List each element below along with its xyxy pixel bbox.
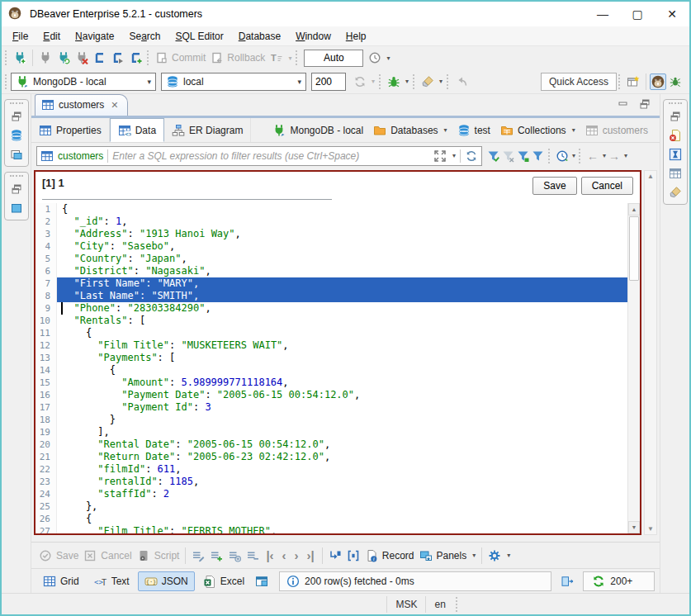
script-button[interactable]: Script bbox=[135, 547, 182, 564]
menu-help[interactable]: Help bbox=[338, 28, 374, 45]
format-button[interactable]: ▾ bbox=[419, 73, 445, 90]
scrollbar-thumb[interactable] bbox=[629, 216, 639, 281]
menu-database[interactable]: Database bbox=[231, 28, 288, 45]
code-line-17[interactable]: 17 "Payment Id": 3 bbox=[35, 401, 627, 414]
fetch-page-button[interactable] bbox=[558, 573, 576, 590]
fetch-more-button[interactable]: 200+ bbox=[583, 571, 655, 591]
close-tab-icon[interactable]: ✕ bbox=[111, 100, 118, 111]
transaction-mode-button[interactable]: T▾ bbox=[267, 50, 294, 66]
code-line-7[interactable]: 7 "First Name": "MARY", bbox=[35, 277, 627, 290]
sql-editor-button[interactable] bbox=[91, 50, 109, 66]
tab-properties[interactable]: Properties bbox=[31, 118, 110, 142]
error-log-icon[interactable] bbox=[669, 129, 682, 142]
filter-box[interactable]: customers Enter a SQL expression to filt… bbox=[36, 146, 482, 166]
debug-button[interactable]: ▾ bbox=[385, 73, 411, 90]
minimized-panel-icon[interactable] bbox=[10, 201, 23, 215]
first-row-button[interactable]: |‹ bbox=[262, 548, 277, 562]
breadcrumb-databases[interactable]: Databases▾ bbox=[370, 122, 450, 139]
view-tab-excel[interactable]: Excel bbox=[196, 571, 251, 591]
menu-sql-editor[interactable]: SQL Editor bbox=[168, 28, 230, 45]
save-filter-icon[interactable] bbox=[517, 149, 530, 163]
cancel-row-button[interactable]: Cancel bbox=[81, 547, 134, 564]
code-line-10[interactable]: 10 "Rentals": [ bbox=[35, 315, 627, 327]
code-line-6[interactable]: 6 "District": "Nagasaki", bbox=[35, 265, 627, 277]
maximize-editor-icon[interactable] bbox=[638, 97, 651, 111]
last-row-button[interactable]: ›| bbox=[303, 548, 319, 562]
code-line-23[interactable]: 23 "rentalId": 1185, bbox=[35, 476, 627, 488]
code-line-3[interactable]: 3 "Address": "1913 Hanoi Way", bbox=[35, 228, 627, 240]
next-row-button[interactable]: › bbox=[291, 548, 303, 562]
code-line-20[interactable]: 20 "Rental Date": "2005-06-15 00:54:12.0… bbox=[35, 438, 627, 451]
code-line-18[interactable]: 18 } bbox=[35, 414, 627, 426]
save-button[interactable]: Save bbox=[532, 177, 576, 195]
code-line-21[interactable]: 21 "Return Date": "2005-06-23 02:42:12.0… bbox=[35, 451, 627, 463]
code-line-15[interactable]: 15 "Amount": 5.989999771118164, bbox=[35, 377, 627, 389]
scroll-up-icon[interactable]: ▲ bbox=[647, 173, 654, 180]
restore-view-icon[interactable] bbox=[10, 110, 23, 123]
menu-window[interactable]: Window bbox=[288, 28, 338, 45]
chevron-down-icon[interactable]: ▾ bbox=[444, 126, 447, 134]
connection-selector[interactable]: MongoDB - local ▾ bbox=[11, 73, 156, 91]
tab-data[interactable]: <>Data bbox=[110, 118, 164, 142]
code-line-27[interactable]: 27 "Film Title": "FERRIS MOTHER", bbox=[35, 525, 627, 533]
new-connection-button[interactable] bbox=[11, 50, 29, 66]
query-manager-icon[interactable] bbox=[669, 148, 682, 161]
breadcrumb-connection[interactable]: MongoDB - local bbox=[269, 122, 367, 139]
editor-scrollbar[interactable]: ▲ ▼ bbox=[627, 203, 640, 533]
code-line-14[interactable]: 14 { bbox=[35, 364, 627, 377]
restore-view-icon[interactable] bbox=[10, 182, 23, 196]
code-line-8[interactable]: 8 "Last Name": "SMITH", bbox=[35, 290, 627, 302]
database-navigator-icon[interactable] bbox=[10, 129, 23, 142]
code-line-26[interactable]: 26 { bbox=[35, 513, 627, 525]
format-brush-icon[interactable] bbox=[669, 186, 682, 199]
disconnect-button[interactable] bbox=[73, 50, 91, 66]
code-line-19[interactable]: 19 ], bbox=[35, 426, 627, 438]
rollback-button[interactable]: Rollback bbox=[208, 50, 267, 66]
debug-perspective-button[interactable] bbox=[666, 73, 684, 90]
fetch-size-input[interactable] bbox=[311, 73, 346, 91]
code-line-13[interactable]: 13 "Payments": [ bbox=[35, 352, 627, 364]
projects-view-icon[interactable] bbox=[10, 148, 23, 161]
breadcrumb-database-test[interactable]: test bbox=[454, 122, 494, 139]
maximize-button[interactable]: ▢ bbox=[620, 2, 655, 26]
transaction-log-button[interactable]: ▾ bbox=[366, 50, 392, 66]
menu-file[interactable]: File bbox=[5, 28, 35, 45]
commit-button[interactable]: Commit bbox=[153, 50, 208, 66]
code-line-16[interactable]: 16 "Payment Date": "2005-06-15 00:54:12.… bbox=[35, 389, 627, 401]
code-line-4[interactable]: 4 "City": "Sasebo", bbox=[35, 240, 627, 253]
auto-commit-button[interactable]: Auto bbox=[304, 50, 363, 67]
menu-edit[interactable]: Edit bbox=[35, 28, 68, 45]
edit-row-button[interactable] bbox=[189, 547, 207, 564]
nav-back-icon[interactable]: ← bbox=[586, 149, 599, 163]
code-line-24[interactable]: 24 "staffId": 2 bbox=[35, 488, 627, 500]
code-area[interactable]: 1{2 "_id": 1,3 "Address": "1913 Hanoi Wa… bbox=[35, 203, 627, 533]
chevron-down-icon[interactable]: ▾ bbox=[603, 152, 606, 159]
code-line-1[interactable]: 1{ bbox=[35, 203, 627, 216]
delete-row-button[interactable] bbox=[244, 547, 262, 564]
panel-scrollbar[interactable]: ▲ ▼ bbox=[644, 170, 657, 535]
filter-history-dropdown-icon[interactable]: ▾ bbox=[452, 152, 456, 159]
duplicate-row-button[interactable] bbox=[225, 547, 244, 564]
chevron-down-icon[interactable]: ▾ bbox=[572, 152, 575, 159]
custom-filter-icon[interactable] bbox=[532, 149, 545, 163]
code-line-2[interactable]: 2 "_id": 1, bbox=[35, 216, 627, 228]
code-line-9[interactable]: 9 "Phone": "28303384290", bbox=[35, 302, 627, 315]
view-tab-text[interactable]: <>TText bbox=[88, 571, 136, 591]
goto-row-button[interactable] bbox=[326, 547, 344, 564]
filter-history-icon[interactable] bbox=[556, 149, 569, 163]
grid-panel-icon[interactable] bbox=[669, 167, 682, 180]
expand-filter-icon[interactable] bbox=[433, 149, 447, 163]
select-row-button[interactable] bbox=[344, 547, 362, 564]
panels-button[interactable]: Panels▾ bbox=[417, 547, 479, 564]
chevron-down-icon[interactable]: ▾ bbox=[572, 126, 575, 134]
new-sql-editor-button[interactable] bbox=[127, 50, 145, 66]
breadcrumb-collections[interactable]: Collections▾ bbox=[497, 122, 579, 139]
scroll-down-icon[interactable]: ▼ bbox=[628, 521, 640, 533]
dbeaver-perspective-button[interactable] bbox=[650, 73, 666, 90]
back-history-button[interactable] bbox=[452, 73, 471, 90]
close-button[interactable]: ✕ bbox=[655, 2, 689, 26]
connect-button[interactable] bbox=[36, 50, 54, 66]
save-row-button[interactable]: Save bbox=[36, 547, 81, 564]
restore-view-icon[interactable] bbox=[669, 110, 682, 123]
open-perspective-button[interactable] bbox=[624, 73, 642, 90]
